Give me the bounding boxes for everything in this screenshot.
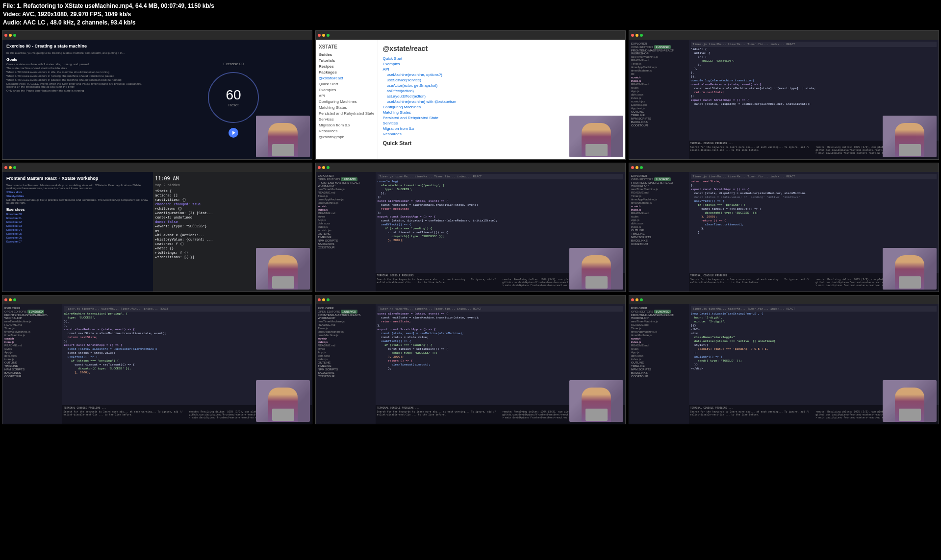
vscode-explorer: EXPLORER OPEN EDITORS 1 UNSAVED FRONTEND…: [629, 304, 689, 424]
video-info: Video: AVC, 1920x1080, 29.970 FPS, 1049 …: [3, 10, 938, 19]
thumbnail-4[interactable]: Frontend Masters React + XState Workshop…: [2, 163, 312, 292]
media-info-header: File: 1. Refactoring to XState useMachin…: [0, 0, 941, 28]
thumbnail-9[interactable]: EXPLORER OPEN EDITORS 1 UNSAVED FRONTEND…: [629, 295, 939, 424]
play-button[interactable]: [229, 128, 238, 138]
workshop-panel: Frontend Masters React + XState Workshop…: [2, 172, 153, 292]
presenter-webcam: [569, 116, 623, 157]
presenter-webcam: [256, 248, 310, 290]
vscode-explorer: EXPLORER OPEN EDITORS 1 UNSAVED FRONTEND…: [316, 172, 376, 292]
vscode-explorer: EXPLORER OPEN EDITORS 1 UNSAVED FRONTEND…: [629, 172, 689, 292]
exercise-panel: Exercise 00 - Creating a state machine I…: [2, 40, 155, 159]
thumbnail-8[interactable]: EXPLORER OPEN EDITORS 1 UNSAVED FRONTEND…: [315, 295, 626, 424]
presenter-webcam: [569, 380, 623, 422]
vscode-explorer: EXPLORER OPEN EDITORS 1 UNSAVED FRONTEND…: [629, 40, 689, 160]
presenter-webcam: [883, 248, 937, 290]
presenter-webcam: [256, 380, 310, 422]
docs-sidebar: XSTATE Guides Tutorials Recipes Packages…: [316, 40, 378, 160]
presenter-webcam: [883, 380, 937, 422]
presenter-webcam: [256, 116, 310, 157]
thumbnail-3[interactable]: EXPLORER OPEN EDITORS 1 UNSAVED FRONTEND…: [629, 30, 939, 160]
thumbnail-7[interactable]: EXPLORER OPEN EDITORS 1 UNSAVED FRONTEND…: [2, 295, 312, 424]
vscode-explorer: EXPLORER OPEN EDITORS 1 UNSAVED FRONTEND…: [316, 304, 376, 424]
thumbnail-5[interactable]: EXPLORER OPEN EDITORS 1 UNSAVED FRONTEND…: [315, 163, 626, 292]
exercise-title: Exercise 00 - Creating a state machine: [6, 44, 151, 49]
thumbnail-2[interactable]: XSTATE Guides Tutorials Recipes Packages…: [315, 30, 626, 160]
window-chrome: [2, 31, 312, 40]
audio-info: Audio: AAC LC , 48.0 kHz, 2 channels, 93…: [3, 19, 938, 27]
presenter-webcam: [883, 116, 937, 157]
timer-circle[interactable]: 60 Reset: [208, 72, 259, 123]
thumbnail-1[interactable]: Exercise 00 - Creating a state machine I…: [2, 30, 312, 160]
file-info: File: 1. Refactoring to XState useMachin…: [3, 2, 938, 10]
vscode-explorer: EXPLORER OPEN EDITORS 1 UNSAVED FRONTEND…: [2, 304, 62, 424]
thumbnail-grid: Exercise 00 - Creating a state machine I…: [0, 28, 941, 426]
thumbnail-6[interactable]: EXPLORER OPEN EDITORS 1 UNSAVED FRONTEND…: [629, 163, 939, 292]
presenter-webcam: [569, 248, 623, 290]
